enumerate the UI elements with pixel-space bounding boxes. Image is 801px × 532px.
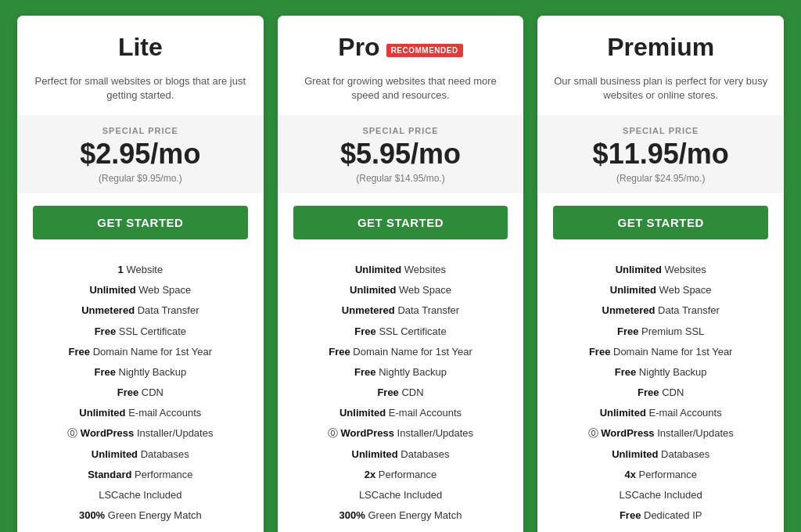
list-item: Unlimited E-mail Accounts [33,403,248,423]
plan-cta-lite: GET STARTED [17,193,264,252]
price-regular-pro: (Regular $14.95/mo.) [293,173,508,184]
list-item: LSCache Included [293,485,508,505]
list-item: 1 Website [33,260,248,280]
special-price-label-pro: SPECIAL PRICE [293,126,508,135]
list-item: Free Domain Name for 1st Year [553,342,768,362]
plan-desc-premium: Our small business plan is perfect for v… [553,74,768,102]
list-item: 300% Green Energy Match [33,505,248,526]
special-price-label-lite: SPECIAL PRICE [33,126,248,135]
list-item: LSCache Included [33,485,248,505]
plan-header-lite: LitePerfect for small websites or blogs … [17,16,264,115]
list-item: Unlimited Websites [553,260,768,280]
plan-title-lite: Lite [118,33,163,62]
list-item: Free SSL Certificate [33,322,248,342]
plan-header-premium: PremiumOur small business plan is perfec… [537,16,784,115]
list-item: 30-Day Money-Back Guarantee [33,526,248,532]
list-item: Unlimited Web Space [33,280,248,300]
list-item: 300% Green Energy Match [553,526,768,532]
list-item: Free CDN [553,383,768,403]
price-regular-lite: (Regular $9.95/mo.) [33,173,248,184]
list-item: Unmetered Data Transfer [293,300,508,321]
price-amount-pro: $5.95/mo [293,138,508,170]
list-item: Free Domain Name for 1st Year [33,342,248,362]
features-list-premium: Unlimited WebsitesUnlimited Web SpaceUnm… [537,252,784,532]
list-item: 4x Performance [553,465,768,485]
price-amount-lite: $2.95/mo [33,138,248,170]
plan-pricing-lite: SPECIAL PRICE$2.95/mo(Regular $9.95/mo.) [17,115,264,193]
list-item: 300% Green Energy Match [293,505,508,526]
recommended-badge: RECOMMENDED [386,44,463,57]
list-item: Free Premium SSL [553,322,768,342]
plan-card-premium: PremiumOur small business plan is perfec… [537,16,784,532]
plan-card-lite: LitePerfect for small websites or blogs … [17,16,264,532]
list-item: Unlimited E-mail Accounts [293,403,508,423]
pricing-container: LitePerfect for small websites or blogs … [17,16,784,532]
list-item: Unmetered Data Transfer [553,300,768,321]
plan-desc-pro: Great for growing websites that need mor… [293,74,508,102]
list-item: Unlimited Web Space [553,280,768,300]
list-item: Free Dedicated IP [553,505,768,526]
features-list-pro: Unlimited WebsitesUnlimited Web SpaceUnm… [278,252,524,532]
list-item: Free CDN [293,383,508,403]
plan-title-premium: Premium [607,33,714,62]
plan-title-pro: Pro [338,33,379,62]
plan-pricing-premium: SPECIAL PRICE$11.95/mo(Regular $24.95/mo… [537,115,784,193]
price-regular-premium: (Regular $24.95/mo.) [553,173,768,184]
list-item: Free Nightly Backup [293,362,508,383]
features-list-lite: 1 WebsiteUnlimited Web SpaceUnmetered Da… [17,252,264,532]
list-item: Free CDN [33,383,248,403]
list-item: ⓪ WordPress Installer/Updates [553,423,768,444]
list-item: 30-Day Money-Back Guarantee [293,526,508,532]
list-item: Unlimited Databases [553,444,768,465]
plan-cta-premium: GET STARTED [537,193,784,252]
get-started-button-premium[interactable]: GET STARTED [553,206,768,239]
list-item: Free Nightly Backup [553,362,768,383]
list-item: Unlimited E-mail Accounts [553,403,768,423]
plan-header-pro: ProRECOMMENDEDGreat for growing websites… [278,16,524,115]
list-item: LSCache Included [553,485,768,505]
plan-cta-pro: GET STARTED [278,193,524,252]
plan-card-pro: ProRECOMMENDEDGreat for growing websites… [278,16,524,532]
price-amount-premium: $11.95/mo [553,138,768,170]
list-item: ⓪ WordPress Installer/Updates [293,423,508,444]
get-started-button-pro[interactable]: GET STARTED [293,206,508,239]
list-item: Unlimited Databases [33,444,248,465]
list-item: Free Domain Name for 1st Year [293,342,508,362]
list-item: Free SSL Certificate [293,322,508,342]
list-item: Standard Performance [33,465,248,485]
plan-pricing-pro: SPECIAL PRICE$5.95/mo(Regular $14.95/mo.… [278,115,524,193]
list-item: Unlimited Web Space [293,280,508,300]
list-item: Unlimited Databases [293,444,508,465]
list-item: Unlimited Websites [293,260,508,280]
special-price-label-premium: SPECIAL PRICE [553,126,768,135]
plan-desc-lite: Perfect for small websites or blogs that… [33,74,248,102]
list-item: ⓪ WordPress Installer/Updates [33,423,248,444]
list-item: 2x Performance [293,465,508,485]
get-started-button-lite[interactable]: GET STARTED [33,206,248,239]
list-item: Free Nightly Backup [33,362,248,383]
list-item: Unmetered Data Transfer [33,300,248,321]
